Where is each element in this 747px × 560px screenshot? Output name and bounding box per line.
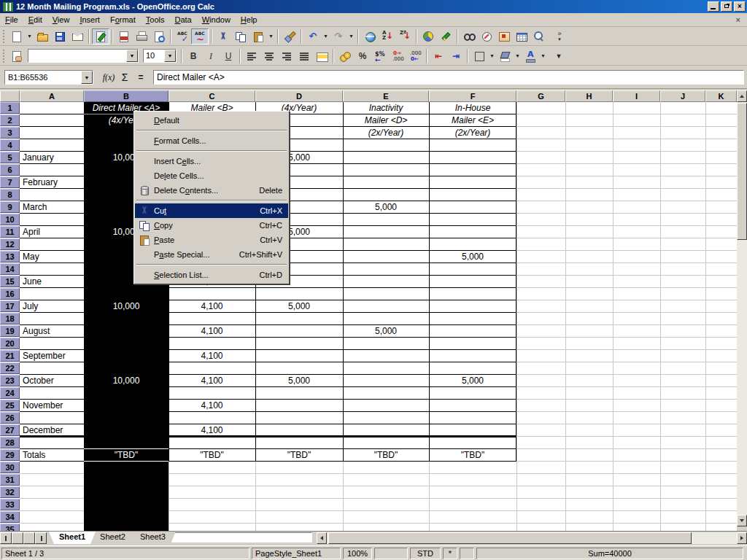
more-formatting-button[interactable]: ▼ xyxy=(551,48,566,64)
row-header-19[interactable]: 19 xyxy=(0,325,20,337)
cell-F13[interactable]: 5,000 xyxy=(430,251,516,262)
scroll-down-button[interactable] xyxy=(737,515,747,526)
context-menu-item-paste[interactable]: PasteCtrl+V xyxy=(135,233,288,247)
menubar-item-data[interactable]: Data xyxy=(169,14,196,26)
align-justified-button[interactable] xyxy=(295,48,313,64)
row-header-6[interactable]: 6 xyxy=(0,164,20,176)
background-color-button[interactable] xyxy=(496,48,514,64)
name-box-dropdown[interactable]: ▼ xyxy=(81,71,93,84)
name-box[interactable]: B1:B65536 ▼ xyxy=(4,70,93,85)
font-name-combo[interactable]: ▼ xyxy=(28,49,139,63)
cell-B23[interactable]: 10,000 xyxy=(85,375,168,386)
paste-button[interactable] xyxy=(249,28,267,44)
cell-D23[interactable]: 5,000 xyxy=(256,375,342,386)
cell-C17[interactable]: 4,100 xyxy=(169,300,255,312)
menubar-item-insert[interactable]: Insert xyxy=(74,14,105,26)
cell-C21[interactable]: 4,100 xyxy=(169,350,255,362)
cell-D17[interactable]: 5,000 xyxy=(256,300,342,312)
add-decimal-place-button[interactable] xyxy=(389,48,406,64)
underline-button[interactable]: U xyxy=(220,48,237,64)
last-sheet-button[interactable] xyxy=(35,532,47,544)
next-sheet-button[interactable] xyxy=(23,532,35,544)
context-menu-item-paste-special[interactable]: Paste Special...Ctrl+Shift+V xyxy=(135,247,288,262)
menubar-item-format[interactable]: Format xyxy=(105,14,141,26)
row-header-20[interactable]: 20 xyxy=(0,338,20,349)
scroll-right-button[interactable] xyxy=(737,532,747,544)
more-buttons-button[interactable]: »▼ xyxy=(552,28,567,44)
row-header-4[interactable]: 4 xyxy=(0,139,20,151)
save-document-button[interactable] xyxy=(51,28,69,44)
sheet-tab-sheet2[interactable]: Sheet2 xyxy=(90,532,136,544)
previous-sheet-button[interactable] xyxy=(12,532,23,544)
row-header-34[interactable]: 34 xyxy=(0,511,20,523)
column-header-G[interactable]: G xyxy=(516,90,565,102)
status-zoom-level[interactable]: 100% xyxy=(343,548,372,559)
cell-F3[interactable]: (2x/Year) xyxy=(430,127,516,139)
insert-chart-button[interactable] xyxy=(419,28,437,44)
align-left-button[interactable] xyxy=(243,48,260,64)
row-header-31[interactable]: 31 xyxy=(0,474,20,486)
cell-A11[interactable]: April xyxy=(20,226,83,238)
cell-C23[interactable]: 4,100 xyxy=(169,375,255,386)
copy-button[interactable] xyxy=(232,28,249,44)
row-header-25[interactable]: 25 xyxy=(0,400,20,411)
export-pdf-button[interactable] xyxy=(115,28,133,44)
cell-A15[interactable]: June xyxy=(20,276,83,287)
spellcheck-button[interactable] xyxy=(174,28,191,44)
column-header-B[interactable]: B xyxy=(84,90,169,102)
cell-E9[interactable]: 5,000 xyxy=(344,201,428,213)
background-color-dropdown[interactable]: ▼ xyxy=(514,48,522,64)
document-close-icon[interactable]: × xyxy=(734,15,743,24)
format-paintbrush-button[interactable] xyxy=(281,28,298,44)
cell-E2[interactable]: Mailer <D> xyxy=(344,114,428,126)
borders-button[interactable] xyxy=(471,48,488,64)
borders-dropdown[interactable]: ▼ xyxy=(488,48,496,64)
row-header-22[interactable]: 22 xyxy=(0,362,20,374)
send-mail-button[interactable] xyxy=(69,28,86,44)
new-document-button[interactable] xyxy=(8,28,26,44)
row-header-9[interactable]: 9 xyxy=(0,201,20,213)
row-header-11[interactable]: 11 xyxy=(0,226,20,238)
cell-F29[interactable]: "TBD" xyxy=(430,449,516,461)
cell-A23[interactable]: October xyxy=(20,375,83,386)
column-header-I[interactable]: I xyxy=(613,90,660,102)
cell-B29[interactable]: "TBD" xyxy=(85,449,168,461)
cell-E29[interactable]: "TBD" xyxy=(344,449,428,461)
undo-dropdown[interactable]: ▼ xyxy=(322,28,330,44)
row-header-27[interactable]: 27 xyxy=(0,424,20,436)
page-preview-button[interactable] xyxy=(150,28,168,44)
menubar-item-view[interactable]: View xyxy=(47,14,75,26)
vertical-scrollbar[interactable] xyxy=(737,90,747,526)
horizontal-scrollbar[interactable] xyxy=(317,532,747,544)
cell-A7[interactable]: February xyxy=(20,176,83,188)
column-header-E[interactable]: E xyxy=(343,90,429,102)
cell-F23[interactable]: 5,000 xyxy=(430,375,516,386)
context-menu-item-format-cells[interactable]: Format Cells... xyxy=(135,133,288,148)
cell-B17[interactable]: 10,000 xyxy=(85,300,168,312)
decrease-indent-button[interactable]: ⇤ xyxy=(430,48,447,64)
find-and-replace-button[interactable] xyxy=(460,28,478,44)
formula-input-line[interactable]: Direct Mailer <A> xyxy=(153,70,744,85)
number-format-percent-button[interactable]: % xyxy=(354,48,371,64)
restore-button[interactable] xyxy=(721,1,732,12)
cell-A19[interactable]: August xyxy=(20,325,83,337)
cell-D29[interactable]: "TBD" xyxy=(256,449,342,461)
column-header-J[interactable]: J xyxy=(660,90,705,102)
redo-dropdown[interactable]: ▼ xyxy=(347,28,355,44)
undo-button[interactable]: ↶ xyxy=(304,28,322,44)
cell-C25[interactable]: 4,100 xyxy=(169,400,255,411)
edit-mode-button[interactable] xyxy=(92,28,109,44)
close-button[interactable]: × xyxy=(734,1,746,12)
menubar-item-help[interactable]: Help xyxy=(236,14,263,26)
first-sheet-button[interactable] xyxy=(0,532,12,544)
cell-E1[interactable]: Inactivity xyxy=(344,102,428,114)
function-wizard-button[interactable]: f(x) xyxy=(101,70,117,85)
menubar-item-window[interactable]: Window xyxy=(197,14,236,26)
menubar-item-file[interactable]: File xyxy=(0,14,23,26)
bold-button[interactable]: B xyxy=(185,48,202,64)
merge-cells-button[interactable] xyxy=(313,48,330,64)
row-header-2[interactable]: 2 xyxy=(0,114,20,126)
gallery-button[interactable] xyxy=(495,28,513,44)
cell-A17[interactable]: July xyxy=(20,300,83,312)
context-menu-item-copy[interactable]: CopyCtrl+C xyxy=(135,218,288,233)
